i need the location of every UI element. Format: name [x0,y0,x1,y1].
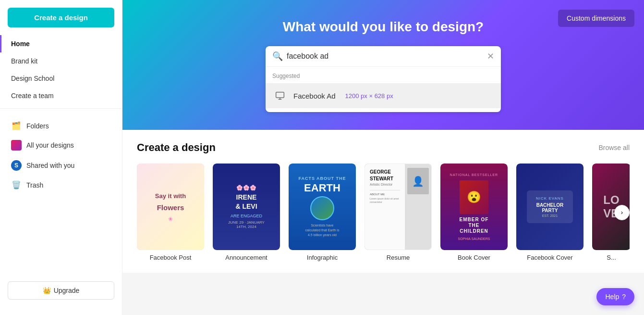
facebook-post-label: Facebook Post [150,254,192,261]
browse-all-link[interactable]: Browse all [598,144,630,151]
create-button-wrapper: Create a design [0,8,122,35]
facebook-post-thumb: Say it with Flowers 🌸 [137,164,204,250]
search-clear-button[interactable]: ✕ [487,51,494,62]
nav-home[interactable]: Home [0,35,122,52]
announcement-thumb: 🌸🌸🌸 IRENE& LEVI ARE ENGAGED JUNE 29 · JA… [213,164,280,250]
upgrade-label: Upgrade [54,287,80,294]
facebook-ad-icon [272,88,288,103]
main-content: Custom dimensions What would you like to… [122,0,644,315]
shared-icon: S [11,160,22,171]
facebook-cover-label: Facebook Cover [527,254,572,261]
search-input[interactable] [287,52,483,61]
nav-create-team[interactable]: Create a team [0,87,122,104]
trash-icon: 🗑️ [11,180,22,189]
nav-all-designs[interactable]: All your designs [0,135,122,155]
help-label: Help [605,293,619,301]
help-button[interactable]: Help ? [596,288,634,305]
resume-thumb: GEORGESTEWART Artistic Director ABOUT ME… [365,164,432,250]
resume-label: Resume [387,254,410,261]
template-facebook-cover[interactable]: NICK EVANS BACHELOR PARTY EST. 2021 Face… [516,164,583,261]
infographic-label: Infographic [307,254,338,261]
hero-banner: Custom dimensions What would you like to… [122,0,644,130]
help-icon: ? [622,293,626,301]
announcement-label: Announcement [225,254,267,261]
nav-shared[interactable]: S Shared with you [0,155,122,176]
sidebar-bottom: 👑 Upgrade [0,274,122,307]
trash-label: Trash [26,181,43,189]
suggestion-name: Facebook Ad [293,92,336,100]
main-nav: Home Brand kit Design School Create a te… [0,35,122,104]
folders-label: Folders [26,122,49,130]
book-cover-label: Book Cover [458,254,490,261]
upgrade-icon: 👑 [43,287,51,294]
templates-row: Say it with Flowers 🌸 Facebook Post 🌸🌸🌸 … [137,164,630,261]
other-label: S... [607,254,616,261]
folder-icon: 🗂️ [11,121,22,130]
template-resume[interactable]: GEORGESTEWART Artistic Director ABOUT ME… [365,164,432,261]
template-infographic[interactable]: FACTS ABOUT THE EARTH Scientists havecal… [289,164,356,261]
all-designs-label: All your designs [26,141,74,149]
book-cover-thumb: NATIONAL BESTSELLER 😮 EMBER OFTHECHILDRE… [440,164,508,250]
designs-title: Create a design [137,141,216,154]
designs-header: Create a design Browse all [137,141,630,154]
template-announcement[interactable]: 🌸🌸🌸 IRENE& LEVI ARE ENGAGED JUNE 29 · JA… [213,164,280,261]
shared-label: Shared with you [26,162,74,169]
nav-folders[interactable]: 🗂️ Folders [0,116,122,135]
suggested-label: Suggested [266,71,501,83]
facebook-cover-thumb: NICK EVANS BACHELOR PARTY EST. 2021 [516,164,583,250]
search-dropdown: Suggested Facebook Ad 1200 px × 628 px [266,66,501,112]
sidebar: Create a design Home Brand kit Design Sc… [0,0,122,315]
all-designs-icon [11,140,22,151]
search-box: 🔍 ✕ Suggested Facebook Ad 1200 px × 62 [266,46,501,112]
custom-dimensions-button[interactable]: Custom dimensions [558,10,634,27]
create-design-button[interactable]: Create a design [8,8,114,27]
hero-title: What would you like to design? [283,19,484,35]
nav-brand-kit[interactable]: Brand kit [0,52,122,70]
infographic-thumb: FACTS ABOUT THE EARTH Scientists havecal… [289,164,356,250]
library-section: 🗂️ Folders All your designs S Shared wit… [0,116,122,194]
nav-trash[interactable]: 🗑️ Trash [0,176,122,194]
nav-design-school[interactable]: Design School [0,70,122,87]
upgrade-button[interactable]: 👑 Upgrade [8,281,114,300]
templates-next-button[interactable]: › [614,205,630,220]
template-facebook-post[interactable]: Say it with Flowers 🌸 Facebook Post [137,164,204,261]
template-book-cover[interactable]: NATIONAL BESTSELLER 😮 EMBER OFTHECHILDRE… [440,164,508,261]
svg-rect-0 [276,92,284,98]
search-icon: 🔍 [272,51,283,62]
designs-section: Create a design Browse all Say it with F… [122,130,644,273]
suggestion-dimensions: 1200 px × 628 px [345,92,393,100]
suggestion-item-facebook-ad[interactable]: Facebook Ad 1200 px × 628 px [266,83,501,108]
search-input-row: 🔍 ✕ [266,46,501,66]
